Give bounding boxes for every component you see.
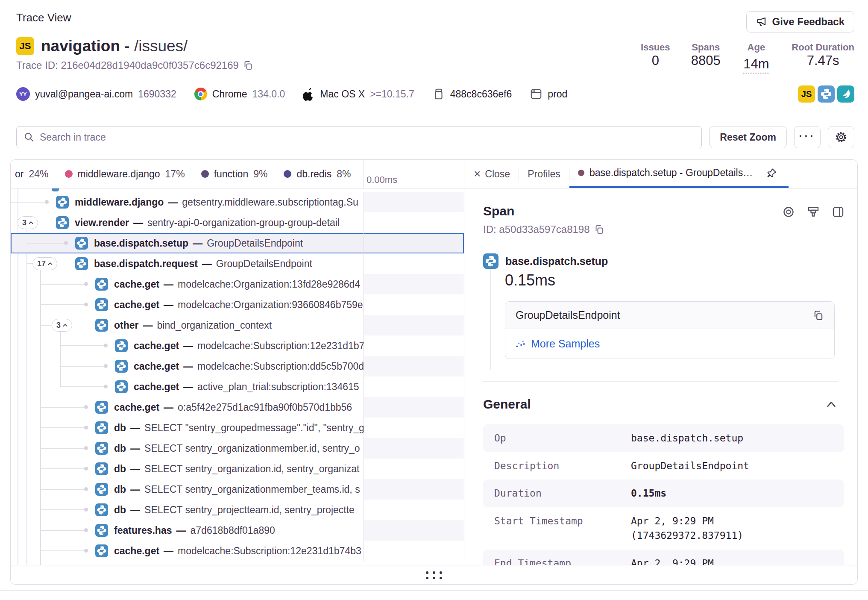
- span-count: 17: [37, 259, 46, 268]
- python-icon: [95, 544, 108, 557]
- more-samples-link[interactable]: More Samples: [531, 338, 600, 350]
- waterfall-cell[interactable]: [364, 479, 464, 500]
- waterfall-cell[interactable]: [364, 500, 464, 520]
- span-tree-row[interactable]: cache.get—modelcache:Subscription:12e231…: [11, 335, 464, 356]
- span-tree-row[interactable]: cache.get—o:a5f42e275d1ac91fba90f0b570d1…: [11, 397, 464, 418]
- waterfall-cell[interactable]: [364, 294, 464, 315]
- span-tree-row[interactable]: cache.get—modelcache:Subscription:dd5c5b…: [11, 356, 464, 376]
- tree-connector: [40, 448, 86, 449]
- span-tree-row[interactable]: 3other—bind_organization_context: [11, 315, 464, 335]
- waterfall-cell[interactable]: [364, 356, 464, 376]
- python-icon: [95, 462, 108, 475]
- waterfall-cell[interactable]: [364, 438, 464, 459]
- avatar: YY: [16, 87, 30, 101]
- span-row-text: db—SELECT sentry_organizationmember.id, …: [114, 443, 360, 454]
- trace-title: navigation - /issues/: [41, 37, 188, 55]
- span-tree-row[interactable]: db—SELECT sentry_organizationmember_team…: [11, 479, 464, 500]
- span-tree-row[interactable]: features.has—a7d618b8df01a890: [11, 520, 464, 541]
- python-icon: [95, 503, 108, 516]
- python-icon: [115, 380, 128, 393]
- waterfall-cell[interactable]: [364, 253, 464, 274]
- tree-connector: [26, 243, 66, 244]
- waterfall-cell[interactable]: [364, 233, 464, 253]
- span-tree-row[interactable]: base.dispatch.setup—GroupDetailsEndpoint: [11, 233, 464, 253]
- give-feedback-button[interactable]: Give Feedback: [746, 11, 854, 32]
- tree-connector: [40, 427, 86, 428]
- span-count: 3: [22, 218, 26, 227]
- meta-user[interactable]: YY yuval@pangea-ai.com 1690332: [16, 87, 176, 101]
- span-tree-row[interactable]: db—SELECT sentry_organizationmember.id, …: [11, 438, 464, 459]
- span-op: cache.get: [134, 340, 179, 351]
- legend-item: db.redis8%: [284, 168, 351, 180]
- span-row-label-cell: cache.get—modelcache:Subscription:12e231…: [11, 541, 364, 561]
- waterfall-cell[interactable]: [364, 192, 464, 212]
- stat-spans: Spans 8805: [691, 42, 721, 74]
- span-row-text: base.dispatch.setup—GroupDetailsEndpoint: [94, 238, 303, 249]
- tree-connector-dot: [84, 405, 88, 409]
- span-tree-row[interactable]: cache.get—modelcache:Organization:936608…: [11, 294, 464, 315]
- sidebar-layout-icon[interactable]: [832, 206, 845, 218]
- waterfall-cell[interactable]: [364, 335, 464, 356]
- tab-active-span[interactable]: base.dispatch.setup - GroupDetails…: [569, 160, 789, 188]
- waterfall-cell[interactable]: [364, 376, 464, 397]
- waterfall-cell[interactable]: [364, 274, 464, 294]
- separator: —: [164, 545, 173, 556]
- copy-icon[interactable]: [813, 310, 824, 321]
- span-op: cache.get: [114, 402, 159, 413]
- stat-label: Root Duration: [792, 42, 854, 53]
- span-row-label-cell: cache.get—o:a5f42e275d1ac91fba90f0b570d1…: [11, 397, 364, 418]
- span-count: 3: [56, 321, 61, 330]
- span-tree-row[interactable]: 3view.render—sentry-api-0-organization-g…: [11, 212, 464, 233]
- search-bar[interactable]: [16, 126, 702, 148]
- waterfall-cell[interactable]: [364, 418, 464, 438]
- meta-device: 488c8c636ef6: [432, 87, 512, 101]
- focus-target-icon[interactable]: [782, 206, 795, 218]
- tab-profiles[interactable]: Profiles: [519, 160, 569, 188]
- general-key: End Timestamp: [494, 556, 631, 565]
- span-count-chip[interactable]: 17: [32, 257, 57, 270]
- waterfall-cell[interactable]: [364, 459, 464, 479]
- span-tree-row[interactable]: db—SELECT sentry_organization.id, sentry…: [11, 459, 464, 479]
- stat-root-duration: Root Duration 7.47s: [792, 42, 854, 74]
- chrome-icon: [194, 88, 207, 100]
- waterfall-cell[interactable]: [364, 520, 464, 541]
- search-input[interactable]: [40, 132, 695, 143]
- more-options-button[interactable]: ···: [794, 126, 821, 148]
- pin-tab-button[interactable]: [763, 165, 780, 182]
- span-row-text: db—SELECT sentry_organizationmember_team…: [114, 484, 360, 495]
- span-tree-row[interactable]: cache.get—modelcache:Subscription:12e231…: [11, 541, 464, 561]
- span-op: db: [114, 484, 126, 495]
- waterfall-cell[interactable]: [364, 315, 464, 335]
- stat-value: 8805: [691, 53, 721, 68]
- python-icon: [75, 257, 88, 270]
- legend-dot-icon: [201, 170, 209, 178]
- legend-dot-icon: [65, 170, 73, 178]
- span-tree-row[interactable]: db—SELECT sentry_projectteam.id, sentry_…: [11, 500, 464, 520]
- span-tree-row[interactable]: cache.get—modelcache:Organization:13fd28…: [11, 274, 464, 294]
- waterfall-cell[interactable]: [364, 397, 464, 418]
- span-row-text: cache.get—o:a5f42e275d1ac91fba90f0b570d1…: [114, 402, 352, 413]
- copy-icon[interactable]: [594, 224, 604, 235]
- collapse-chevron-up-icon[interactable]: [826, 400, 837, 409]
- span-count-chip[interactable]: 3: [52, 319, 72, 332]
- general-value: Apr 2, 9:29 PM (1743629372.837911): [631, 514, 743, 543]
- span-row-label-cell: cache.get—modelcache:Subscription:12e231…: [11, 335, 364, 356]
- settings-button[interactable]: [828, 126, 854, 148]
- drag-handle[interactable]: [426, 571, 442, 579]
- span-tree-row[interactable]: middleware.django—getsentry.middleware.s…: [11, 192, 464, 212]
- span-count-chip[interactable]: 3: [18, 216, 38, 229]
- span-tree-row[interactable]: db—SELECT "sentry_groupedmessage"."id", …: [11, 418, 464, 438]
- waterfall-cell[interactable]: [364, 541, 464, 561]
- close-panel-button[interactable]: × Close: [471, 160, 519, 188]
- time-tick-label: 0.00ms: [367, 174, 397, 185]
- zoom-to-span-icon[interactable]: [807, 206, 820, 218]
- span-duration: 0.15ms: [505, 271, 845, 289]
- tree-connector-dot: [84, 508, 88, 512]
- span-tree-row[interactable]: cache.get—active_plan_trial:subscription…: [11, 376, 464, 397]
- span-tree-row[interactable]: 17base.dispatch.request—GroupDetailsEndp…: [11, 253, 464, 274]
- copy-icon[interactable]: [243, 60, 253, 71]
- span-description: a7d618b8df01a890: [191, 525, 275, 536]
- reset-zoom-button[interactable]: Reset Zoom: [709, 126, 787, 148]
- window-icon: [530, 88, 542, 100]
- waterfall-cell[interactable]: [364, 212, 464, 233]
